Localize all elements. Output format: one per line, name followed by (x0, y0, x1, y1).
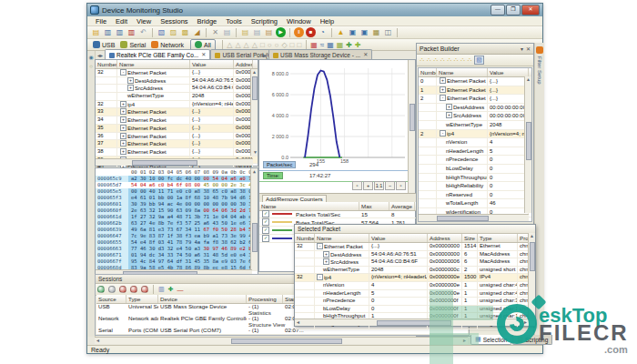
expander-icon[interactable]: + (127, 77, 134, 84)
pb-tool-icon[interactable]: ∴ (447, 56, 450, 64)
title-bar[interactable]: Device Monitoring Studio — ❐ ✕ (87, 4, 542, 16)
pb-row[interactable]: 2-Ethernet Packet{...} (419, 95, 531, 104)
save-all-icon[interactable]: ▥ (115, 27, 125, 37)
pb-tool-icon[interactable]: ∴ (420, 56, 424, 64)
thumb-up-1-icon[interactable]: ✚ (346, 41, 352, 49)
pb-row[interactable]: +DestAddress00:00:00:00:00:00 (419, 104, 531, 113)
expander-icon[interactable]: + (120, 101, 126, 107)
stop-monitoring-icon[interactable]: ■ (306, 27, 316, 37)
hex-row[interactable]: 000065f3e4 61 01 bb 00 1a 8f 68 10 48 7b… (96, 195, 251, 201)
counter-checkbox[interactable]: ✓ (262, 210, 269, 217)
pb-row[interactable]: 0+Ethernet Packet{...} (419, 77, 531, 86)
hex-row[interactable]: 000065d754 04 a6 c0 b4 6f 08 00 45 00 00… (96, 182, 251, 188)
selected-packet-row[interactable]: 32-ip4{nVersion=4; nHeaderLengt...0x0000… (295, 274, 535, 282)
sp-column-value[interactable]: Value (369, 234, 428, 242)
save-selection-icon[interactable]: ▥ (126, 27, 136, 37)
chart-delete-icon[interactable]: ▦ (310, 41, 318, 49)
expander-icon[interactable]: - (440, 95, 446, 101)
menu-tools[interactable]: Tools (221, 17, 247, 25)
selected-packet-row[interactable]: bLowDelay00x0000000f1unsigned char:1chn (295, 306, 535, 314)
table-row[interactable]: wEthernetType20480x000000 (96, 93, 258, 101)
selected-packet-row[interactable]: nVersion40x0000000e1unsigned char:4chn (295, 282, 535, 290)
counters-column-average[interactable]: Average (389, 202, 415, 210)
table-row[interactable]: 33+Ethernet Packet{...}0x000000 (96, 108, 258, 116)
table-row[interactable]: +DestAddress54:04:A6:A0:76:510x000000 (96, 77, 258, 86)
maximize-button[interactable]: ❐ (506, 5, 521, 15)
pb-row[interactable]: nReserved0 (419, 191, 531, 200)
expander-icon[interactable]: + (440, 86, 446, 93)
mail-2-icon[interactable]: ▤ (240, 27, 250, 37)
close-panel-icon[interactable]: ✕ (526, 46, 531, 52)
cut-icon[interactable]: ✕ (210, 27, 220, 37)
sessions-column-device[interactable]: Device (158, 295, 247, 303)
table-row[interactable]: 36+Ethernet Packet{...}0x000000 (96, 133, 258, 141)
expander-icon[interactable]: + (120, 125, 126, 131)
device-button-usb[interactable]: USB (93, 41, 115, 48)
sp-column-name[interactable]: Name (315, 234, 369, 242)
pb-row[interactable]: wEthernetType2048 (419, 121, 531, 130)
menu-bridge[interactable]: Bridge (193, 17, 222, 25)
counter-checkbox[interactable]: ✓ (262, 218, 269, 226)
hex-row[interactable]: 0000661d1f 27 32 9a a4 48 71 3b 71 1e 04… (96, 214, 251, 220)
counters-column-name[interactable]: Name (259, 202, 359, 210)
expander-icon[interactable]: - (120, 69, 126, 76)
monitor-tab-nav[interactable]: ◂▸ (259, 52, 268, 58)
selected-packet-row[interactable]: 32-Ethernet Packet{...}0x000000001514Eth… (295, 243, 535, 251)
packet-builder-hscrollbar[interactable] (419, 214, 529, 221)
structure-hscrollbar[interactable] (96, 158, 253, 166)
expander-icon[interactable]: + (446, 104, 452, 110)
selected-packet-row[interactable]: nPrecedence00x0000000f1unsigned char:3ch… (295, 298, 535, 306)
selected-packet-vscrollbar[interactable]: ▲ (528, 233, 535, 319)
expander-icon[interactable]: + (446, 112, 452, 118)
expander-icon[interactable]: + (120, 140, 126, 147)
mail-3-icon[interactable]: ▤ (252, 27, 262, 37)
selected-packet-row[interactable]: +SrcAddress54:04:A6:C0:B4:6F0x000000066M… (295, 258, 535, 267)
sp-column-address[interactable]: Address (428, 234, 462, 242)
users-icon[interactable]: ▲ (336, 27, 346, 37)
structure-tab-nav[interactable]: ◂▸ (96, 52, 105, 58)
options-icon[interactable]: ○ (87, 64, 95, 69)
table-row[interactable]: 35+Ethernet Packet{...}0x000000 (96, 125, 258, 133)
pb-row[interactable]: nVersion4 (419, 138, 531, 147)
start-monitoring-icon[interactable]: ▶ (276, 27, 286, 37)
thumb-up-2-icon[interactable]: ✚ (355, 41, 361, 49)
expander-icon[interactable]: + (323, 258, 329, 265)
counter-checkbox[interactable]: ✓ (262, 227, 269, 234)
pb-row[interactable]: bHighThroughput0 (419, 174, 531, 183)
hex-row[interactable]: 000065e500 00 40 11 71 e0 c0 a8 38 65 c0… (96, 188, 251, 195)
zoom-control-button[interactable]: ▫ (396, 181, 406, 190)
sessions-column-source[interactable]: Source (96, 295, 126, 303)
pb-row[interactable]: bLowDelay0 (419, 165, 531, 174)
expander-icon[interactable]: - (317, 243, 323, 249)
session-start-icon[interactable] (97, 286, 105, 293)
pb-row[interactable]: bHighReliability0 (419, 182, 531, 191)
session-stop-icon[interactable] (119, 286, 126, 293)
menu-file[interactable]: File (91, 17, 111, 25)
pb-tool-icon[interactable]: ∴ (468, 56, 471, 64)
session-close-icon[interactable] (141, 286, 148, 293)
pb-row[interactable]: +SrcAddress00:00:00:00:00:00 (419, 112, 531, 121)
expander-icon[interactable]: + (120, 108, 126, 115)
columns-icon[interactable]: ◫ (383, 27, 393, 37)
timer-icon[interactable]: ◔ (318, 27, 328, 37)
session-columns-icon[interactable]: ▥ (158, 286, 165, 293)
mail-1-icon[interactable]: ▤ (222, 27, 232, 37)
structure-vscrollbar[interactable]: ▲ ▼ (250, 69, 258, 156)
expander-icon[interactable]: + (323, 251, 329, 258)
pb-column-name[interactable]: Name (437, 68, 488, 76)
pb-row[interactable]: wTotalLength46 (419, 199, 531, 208)
zoom-control-button[interactable]: + (363, 181, 373, 190)
sessions-hscrollbar[interactable]: ◄ ► (95, 337, 468, 344)
table-row[interactable]: 32+ip4{nVersion=4; nHeaderLengt...0x0000… (96, 101, 258, 109)
undo-icon[interactable]: ↶ (138, 27, 148, 37)
sp-column-number[interactable]: Number (295, 234, 315, 242)
pb-tool-icon[interactable]: ∴ (433, 56, 437, 64)
menu-view[interactable]: View (132, 17, 156, 25)
copy-icon[interactable]: ▧ (157, 27, 167, 37)
monitor-vscrollbar[interactable] (408, 60, 415, 193)
hex-row[interactable]: 000066477c 9e 83 87 1f 38 f3 ea b9 a1 73… (96, 233, 251, 239)
expander-icon[interactable]: + (120, 133, 126, 139)
table-row[interactable]: +SrcAddress54:04:A6:C0:B4:6F0x000000 (96, 85, 258, 93)
expander-icon[interactable]: - (440, 130, 446, 136)
pb-tool-icon-pressed[interactable]: ▧ (474, 56, 484, 65)
